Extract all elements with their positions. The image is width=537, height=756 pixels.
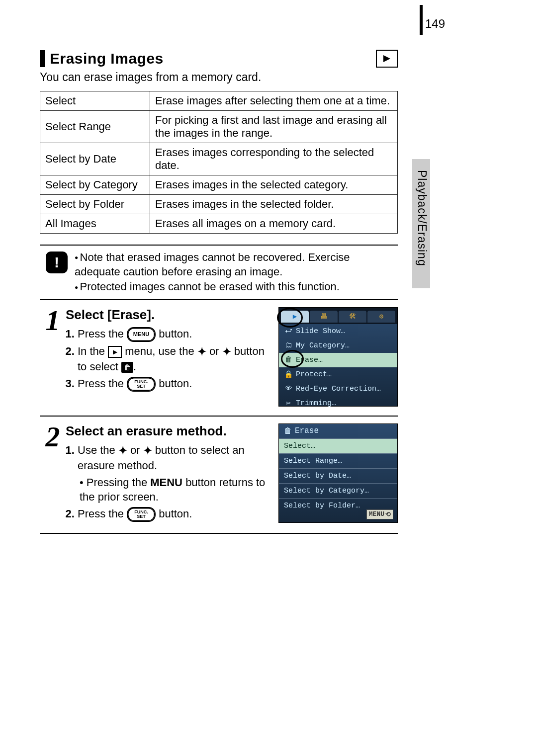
page-title: Erasing Images [50,50,164,67]
table-row: Select RangeFor picking a first and last… [40,111,398,143]
up-arrow-icon: ✦ [118,444,127,457]
playback-tab-icon: ▶ [108,346,122,358]
note-item: Note that erased images cannot be recove… [75,251,395,279]
cam-tab-print: 🖶 [310,311,338,323]
cam-tab-tools: 🛠 [339,311,366,323]
cam-menu-item: ⮐Slide Show… [279,324,397,338]
cam-menu-item: 🗑Erase… [279,353,397,367]
step2-title: Select an erasure method. [66,423,270,439]
func-set-button-icon: FUNC.SET [127,377,156,392]
up-arrow-icon: ✦ [197,345,206,358]
intro-text: You can erase images from a memory card. [40,71,398,84]
step-number-1: 1 [40,309,66,407]
erase-options-table: SelectErase images after selecting them … [40,91,398,234]
step1-sub2: In the ▶ menu, use the ✦ or ✦ button to … [78,344,270,374]
cam-erase-item: Select by Category… [279,483,397,498]
step-number-2: 2 [40,425,66,524]
cam-erase-item: Select… [279,438,397,453]
svg-marker-0 [383,55,390,62]
cam-menu-item: ✂Trimming… [279,396,397,411]
func-set-button-icon: FUNC.SET [127,507,156,522]
page-number: 149 [425,17,445,31]
down-arrow-icon: ✦ [222,345,231,358]
table-row: SelectErase images after selecting them … [40,91,398,111]
erase-icon: 🗑 [121,362,133,373]
table-row: Select by DateErases images correspondin… [40,143,398,175]
camera-screenshot-menu: ▶ 🖶 🛠 ⚙ ⮐Slide Show…🗂My Category…🗑Erase…… [278,307,398,407]
caution-box: ! Note that erased images cannot be reco… [40,245,398,300]
step2-sub1: Use the ✦ or ✦ button to select an erasu… [78,443,270,504]
step2-sub2: Press the FUNC.SET button. [78,506,270,522]
step1-sub3: Press the FUNC.SET button. [78,376,270,392]
step1-title: Select [Erase]. [66,307,270,323]
playback-mode-icon [376,50,398,68]
note-item: Protected images cannot be erased with t… [75,280,395,294]
cam-tab-settings: ⚙ [367,311,395,323]
table-row: All ImagesErases all images on a memory … [40,214,398,234]
menu-back-badge: MENU ⟲ [366,509,393,519]
camera-screenshot-erase: 🗑 Erase Select…Select Range…Select by Da… [278,423,398,523]
down-arrow-icon: ✦ [143,444,152,457]
cam-tab-playback: ▶ [281,311,309,323]
cam-erase-item: Select by Date… [279,468,397,483]
cam-menu-item: 🔒Protect… [279,367,397,382]
step1-sub1: Press the MENU button. [78,327,270,342]
title-accent [40,50,45,67]
cam-menu-item: 👁Red-Eye Correction… [279,382,397,396]
cam-erase-item: Select Range… [279,453,397,468]
section-label: Playback/Erasing [415,170,429,266]
table-row: Select by CategoryErases images in the s… [40,175,398,195]
menu-button-icon: MENU [127,327,156,342]
warning-icon: ! [46,252,68,273]
trash-icon: 🗑 [284,426,292,436]
table-row: Select by FolderErases images in the sel… [40,195,398,214]
step2-sub1-note: Pressing the MENU button returns to the … [80,475,270,504]
